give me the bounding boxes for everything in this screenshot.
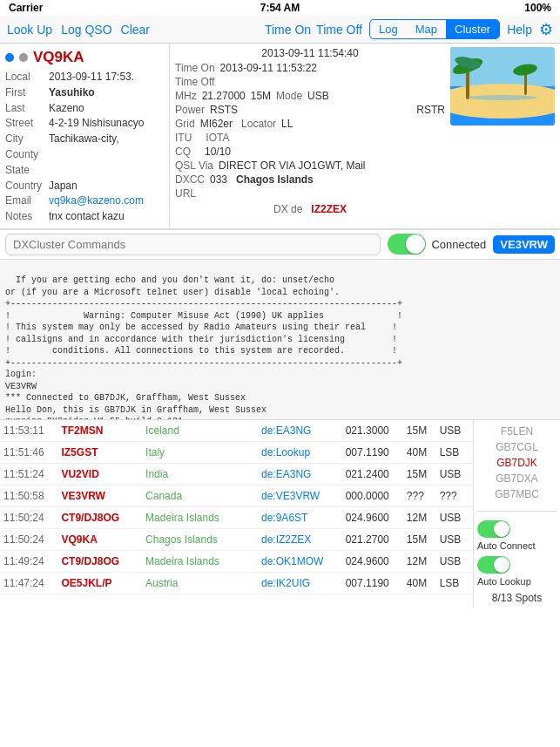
tenten-value: 10/10 — [205, 146, 231, 158]
top-nav: Look Up Log QSO Clear Time On Time Off L… — [0, 16, 560, 44]
sidebar-callsign[interactable]: GB7CGL — [477, 439, 557, 455]
country-row: Country Japan — [5, 179, 165, 194]
time-label: 7:54 AM — [260, 2, 300, 14]
log-qso-button[interactable]: Log QSO — [61, 23, 111, 37]
dot-gray — [19, 53, 28, 62]
auto-connect-row: Auto Connect — [477, 520, 557, 551]
qsl-label: QSL Via — [175, 160, 213, 172]
last-row: Last Kazeno — [5, 101, 165, 116]
time-off-button[interactable]: Time Off — [316, 23, 362, 37]
left-panel: VQ9KA Local 2013-09-11 17:53. First Yasu… — [0, 44, 170, 228]
spot-band: 15M — [403, 528, 436, 550]
spot-callsign[interactable]: CT9/DJ8OG — [57, 550, 142, 572]
table-row[interactable]: 11:49:24 CT9/DJ8OG Madeira Islands de:OK… — [0, 550, 473, 572]
spot-spotter[interactable]: de:IK2UIG — [258, 572, 342, 594]
auto-lookup-toggle[interactable] — [477, 556, 510, 574]
notes-label: Notes — [5, 209, 49, 224]
spot-callsign[interactable]: OE5JKL/P — [57, 572, 142, 594]
gear-icon[interactable]: ⚙ — [539, 20, 553, 39]
first-label: First — [5, 85, 49, 100]
auto-connect-toggle[interactable] — [477, 520, 510, 538]
auto-lookup-row: Auto Lookup — [477, 556, 557, 587]
grid-value: MI62er — [200, 118, 233, 130]
spot-spotter[interactable]: de:EA3NG — [258, 420, 342, 442]
contact-photo — [450, 47, 555, 126]
mhz-row: MHz 21.27000 15M Mode USB — [175, 90, 445, 102]
spot-callsign[interactable]: VU2VID — [57, 463, 142, 485]
spot-callsign[interactable]: TF2MSN — [57, 420, 142, 442]
spot-location: Austria — [142, 572, 258, 594]
mode-value: USB — [307, 90, 329, 102]
dx-de-value: IZ2ZEX — [311, 203, 347, 215]
top-info-section: VQ9KA Local 2013-09-11 17:53. First Yasu… — [0, 44, 560, 229]
spot-location: Iceland — [142, 420, 258, 442]
power-label: Power — [175, 104, 205, 116]
dxcc-name: Chagos Islands — [236, 173, 314, 186]
dot-blue — [5, 53, 14, 62]
country-value: Japan — [49, 179, 78, 194]
help-button[interactable]: Help — [507, 23, 532, 37]
state-row: State — [5, 163, 165, 178]
table-row[interactable]: 11:50:24 CT9/DJ8OG Madeira Islands de:9A… — [0, 506, 473, 528]
first-value: Yasuhiko — [49, 85, 95, 100]
spot-location: Madeira Islands — [142, 506, 258, 528]
console-area[interactable]: If you are getting echo and you don't wa… — [0, 259, 560, 420]
spots-count: 8/13 Spots — [477, 592, 557, 604]
table-row[interactable]: 11:50:24 VQ9KA Chagos Islands de:IZ2ZEX … — [0, 528, 473, 550]
street-label: Street — [5, 116, 49, 131]
time-on-value: 2013-09-11 11:53:22 — [220, 62, 317, 74]
spot-band: ??? — [403, 485, 436, 506]
spot-time: 11:50:24 — [0, 528, 57, 550]
time-on-button[interactable]: Time On — [265, 23, 311, 37]
spot-spotter[interactable]: de:EA3NG — [258, 463, 342, 485]
spot-time: 11:50:58 — [0, 485, 57, 506]
spot-spotter[interactable]: de:9A6ST — [258, 506, 342, 528]
cluster-command-input[interactable] — [5, 234, 381, 255]
spot-callsign[interactable]: IZ5GST — [57, 441, 142, 463]
city-row: City Tachikawa-city, — [5, 132, 165, 146]
spot-callsign[interactable]: CT9/DJ8OG — [57, 506, 142, 528]
spot-time: 11:51:24 — [0, 463, 57, 485]
qsl-value: DIRECT OR VIA JO1GWT, Mail — [219, 160, 365, 172]
sidebar-callsign[interactable]: F5LEN — [477, 424, 557, 439]
qso-datetime: 2013-09-11 11:54:40 — [175, 47, 445, 59]
contact-callsign[interactable]: VQ9KA — [33, 49, 84, 66]
spot-time: 11:51:46 — [0, 441, 57, 463]
spot-freq: 024.9600 — [342, 506, 403, 528]
spot-band: 40M — [403, 572, 436, 594]
segment-log[interactable]: Log — [370, 20, 407, 38]
spot-freq: 021.2700 — [342, 528, 403, 550]
qsl-row: QSL Via DIRECT OR VIA JO1GWT, Mail — [175, 160, 445, 172]
top-nav-left: Look Up Log QSO Clear — [7, 23, 258, 37]
spot-spotter[interactable]: de:VE3VRW — [258, 485, 342, 506]
table-row[interactable]: 11:51:24 VU2VID India de:EA3NG 021.2400 … — [0, 463, 473, 485]
spot-spotter[interactable]: de:Lookup — [258, 441, 342, 463]
connected-toggle[interactable] — [388, 234, 426, 255]
spot-band: 15M — [403, 463, 436, 485]
spot-callsign[interactable]: VQ9KA — [57, 528, 142, 550]
spot-location: Chagos Islands — [142, 528, 258, 550]
street-value: 4-2-19 Nishisunacyo — [49, 116, 144, 131]
look-up-button[interactable]: Look Up — [7, 23, 52, 37]
table-row[interactable]: 11:47:24 OE5JKL/P Austria de:IK2UIG 007.… — [0, 572, 473, 594]
iota-label: IOTA — [206, 132, 229, 144]
table-row[interactable]: 11:51:46 IZ5GST Italy de:Lookup 007.1190… — [0, 441, 473, 463]
dxcc-row: DXCC 033 Chagos Islands — [175, 173, 445, 186]
table-row[interactable]: 11:53:11 TF2MSN Iceland de:EA3NG 021.300… — [0, 420, 473, 442]
clear-button[interactable]: Clear — [121, 23, 150, 37]
carrier-label: Carrier — [9, 2, 43, 14]
city-value: Tachikawa-city, — [49, 132, 118, 146]
spot-location: India — [142, 463, 258, 485]
spot-spotter[interactable]: de:OK1MOW — [258, 550, 342, 572]
local-value: 2013-09-11 17:53. — [49, 70, 134, 85]
sidebar-callsign[interactable]: GB7MBC — [477, 486, 557, 502]
url-row: URL — [175, 187, 445, 200]
segment-cluster[interactable]: Cluster — [446, 20, 499, 38]
spot-spotter[interactable]: de:IZ2ZEX — [258, 528, 342, 550]
sidebar-callsign[interactable]: GB7DJK — [477, 455, 557, 471]
table-row[interactable]: 11:50:58 VE3VRW Canada de:VE3VRW 000.000… — [0, 485, 473, 506]
sidebar-callsign[interactable]: GB7DXA — [477, 471, 557, 486]
segment-map[interactable]: Map — [407, 20, 446, 38]
spot-mode: LSB — [436, 572, 473, 594]
spot-callsign[interactable]: VE3VRW — [57, 485, 142, 506]
